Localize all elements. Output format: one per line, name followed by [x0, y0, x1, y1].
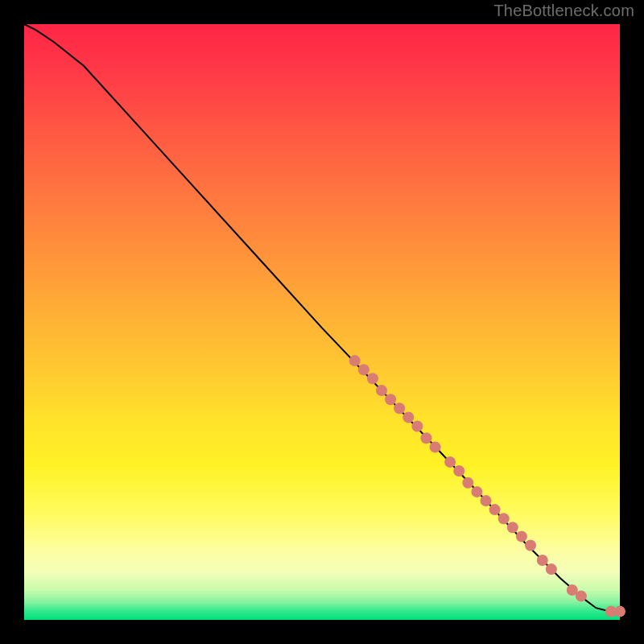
- data-point: [546, 564, 557, 575]
- data-point: [462, 477, 473, 489]
- data-point: [367, 373, 378, 384]
- chart-overlay: [24, 24, 620, 620]
- data-point: [507, 522, 518, 533]
- curve-line: [24, 24, 620, 612]
- data-point: [481, 495, 492, 506]
- data-point: [411, 421, 423, 432]
- data-point: [358, 364, 369, 375]
- data-point: [498, 513, 510, 524]
- data-point: [516, 530, 527, 542]
- data-point: [385, 394, 396, 405]
- attribution-text: TheBottleneck.com: [493, 2, 634, 20]
- data-point: [444, 456, 456, 468]
- data-point: [614, 606, 625, 617]
- data-point: [453, 465, 464, 477]
- data-point: [525, 540, 536, 551]
- data-point: [537, 555, 548, 566]
- plot-area: [24, 24, 620, 620]
- data-point: [402, 411, 414, 423]
- data-point: [394, 402, 405, 414]
- data-point: [349, 355, 361, 366]
- data-point: [430, 441, 441, 452]
- data-point: [376, 385, 387, 396]
- scatter-dots: [349, 355, 625, 617]
- chart-wrapper: TheBottleneck.com: [0, 0, 644, 644]
- data-point: [489, 504, 501, 515]
- data-point: [576, 590, 587, 601]
- data-point: [421, 432, 432, 444]
- data-point: [471, 486, 482, 497]
